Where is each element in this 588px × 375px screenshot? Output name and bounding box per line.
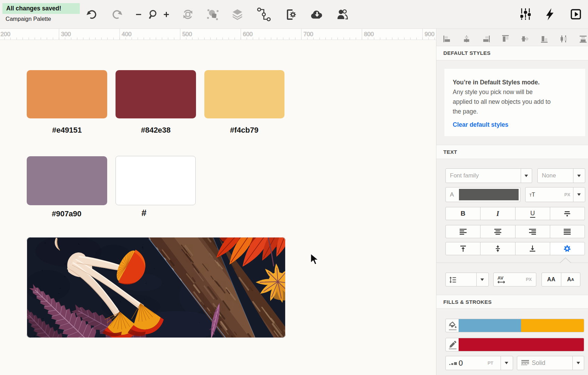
- svg-text:900: 900: [425, 31, 434, 38]
- svg-text:AV: AV: [497, 276, 503, 281]
- svg-text:400: 400: [122, 31, 131, 38]
- svg-text:200: 200: [1, 31, 10, 38]
- svg-text:800: 800: [364, 31, 374, 38]
- svg-text:300: 300: [61, 31, 71, 38]
- svg-text:500: 500: [182, 31, 192, 38]
- svg-text:700: 700: [304, 31, 313, 38]
- svg-text:600: 600: [243, 31, 253, 38]
